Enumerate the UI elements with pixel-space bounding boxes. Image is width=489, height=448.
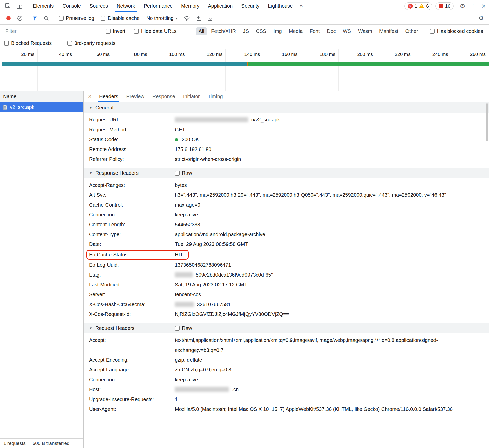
preserve-log-checkbox[interactable]: Preserve log (56, 15, 97, 21)
filter-toggle-icon[interactable] (29, 16, 41, 21)
panel-tab[interactable]: Memory (177, 0, 204, 12)
detail-tab-label: Headers (99, 94, 118, 99)
resource-type-chip[interactable]: All (196, 27, 207, 35)
import-har-icon[interactable] (193, 15, 204, 21)
panel-tab[interactable]: Elements (29, 0, 58, 12)
header-row: Eo-Log-Uuid: 13736504682788096471 (84, 260, 489, 270)
raw-request-checkbox[interactable]: Raw (175, 325, 192, 331)
header-row: Alt-Svc: h3=":443"; ma=2592000,h3-29=":4… (84, 190, 489, 200)
timeline-column: 220 ms (376, 49, 414, 91)
network-main-split: Name v2_src.apk 1 requests 600 B transf (0, 91, 489, 448)
network-overview-timeline[interactable]: 20 ms 40 ms 60 ms 80 ms 100 ms (0, 49, 489, 91)
name-column-header[interactable]: Name (0, 91, 83, 102)
resource-type-chip[interactable]: Doc (324, 27, 339, 35)
checkbox-icon (175, 326, 180, 331)
inspect-element-icon[interactable] (2, 0, 14, 12)
network-settings-gear-icon[interactable]: ⚙ (476, 15, 486, 22)
panel-tab[interactable]: Application (204, 0, 237, 12)
panel-tab[interactable]: Lighthouse (264, 0, 297, 12)
blocked-requests-checkbox[interactable]: Blocked Requests (4, 40, 52, 46)
resource-type-chip[interactable]: Manifest (376, 27, 401, 35)
export-har-icon[interactable] (204, 15, 216, 21)
network-conditions-icon[interactable] (181, 15, 193, 22)
network-summary-bar: 1 requests 600 B transferred (0, 438, 83, 448)
request-row[interactable]: v2_src.apk (0, 102, 83, 112)
detail-tabbar: × Headers Preview Response (84, 91, 489, 102)
status-dot (175, 138, 178, 141)
detail-tab[interactable]: Initiator (179, 91, 204, 102)
detail-tab[interactable]: Preview (122, 91, 148, 102)
detail-tab[interactable]: Headers (95, 91, 122, 102)
timeline-tick-label: 100 ms (169, 52, 185, 57)
resource-type-chip[interactable]: Media (286, 27, 306, 35)
clear-network-log-button[interactable] (14, 15, 26, 21)
overview-segment-green (248, 62, 489, 66)
header-value-text: GET (175, 127, 185, 132)
timeline-tick-label: 240 ms (432, 52, 448, 57)
panel-tab[interactable]: Security (237, 0, 264, 12)
header-name: Request Method: (89, 125, 175, 135)
header-value-text: gzip, deflate (175, 357, 202, 363)
timeline-tick-label: 200 ms (357, 52, 373, 57)
panel-tab[interactable]: Performance (140, 0, 177, 12)
resource-type-chip[interactable]: Img (270, 27, 285, 35)
resource-type-chip[interactable]: CSS (253, 27, 269, 35)
error-count: 1 (415, 3, 417, 9)
disable-cache-checkbox[interactable]: Disable cache (97, 15, 143, 21)
settings-gear-icon[interactable]: ⚙ (457, 3, 468, 9)
more-tabs-chevron[interactable]: » (297, 0, 305, 12)
devtools-window-controls: ⚙ ⋮ × (457, 0, 489, 12)
device-toolbar-icon[interactable] (14, 0, 25, 12)
header-row: Accept-Language: zh-CN,zh;q=0.9,en;q=0.8 (84, 365, 489, 375)
timeline-tick-label: 40 ms (59, 52, 72, 57)
resource-type-chip[interactable]: WS (340, 27, 354, 35)
header-value-text: h3=":443"; ma=2592000,h3-29=":443"; ma=2… (175, 192, 446, 198)
header-value: n/v2_src.apk (175, 115, 457, 125)
timeline-tick-label: 60 ms (96, 52, 110, 57)
third-party-requests-checkbox[interactable]: 3rd-party requests (67, 40, 115, 46)
hide-data-urls-checkbox[interactable]: Hide data URLs (131, 28, 180, 34)
panel-tab[interactable]: Sources (85, 0, 112, 12)
more-options-kebab-icon[interactable]: ⋮ (468, 3, 478, 9)
filter-input[interactable] (3, 27, 100, 35)
response-headers-section-header[interactable]: ▼ Response Headers Raw (84, 168, 489, 178)
header-row: Etag: 509e2bd0dca136f9ed9973c0d-65" (84, 270, 489, 280)
header-value-text: Tue, 29 Aug 2023 08:59:58 GMT (175, 241, 248, 247)
raw-response-checkbox[interactable]: Raw (175, 170, 192, 176)
console-errors-warnings-badge[interactable]: × 1 ! 6 (404, 2, 432, 10)
has-blocked-cookies-checkbox[interactable]: Has blocked cookies (427, 28, 486, 34)
close-devtools-icon[interactable]: × (478, 2, 489, 10)
header-row: User-Agent: Mozilla/5.0 (Macintosh; Inte… (84, 404, 489, 414)
invert-checkbox[interactable]: Invert (102, 28, 129, 34)
header-value: zh-CN,zh;q=0.9,en;q=0.8 (175, 365, 457, 375)
close-detail-icon[interactable]: × (85, 91, 95, 102)
resource-type-chip[interactable]: Font (307, 27, 323, 35)
panel-tab[interactable]: Console (58, 0, 85, 12)
header-row: Content-Length: 544652388 (84, 220, 489, 230)
detail-tabs: Headers Preview Response Initiator (95, 91, 227, 102)
panel-tab-label: Application (208, 3, 233, 9)
detail-tab[interactable]: Response (148, 91, 179, 102)
detail-tab-label: Response (152, 94, 175, 99)
resource-type-chip[interactable]: JS (240, 27, 252, 35)
header-value: strict-origin-when-cross-origin (175, 154, 457, 164)
header-row: Accept-Ranges: bytes (84, 180, 489, 190)
header-row: X-Cos-Hash-Crc64ecma: 326107667581 (84, 300, 489, 309)
scrollbar-thumb[interactable] (486, 103, 488, 141)
throttling-select[interactable]: No throttling ▾ (143, 15, 181, 21)
panel-tab[interactable]: Network (112, 0, 139, 12)
search-icon[interactable] (41, 16, 52, 21)
header-name: Accept: (89, 335, 175, 355)
resource-type-chip[interactable]: Other (402, 27, 421, 35)
timeline-tick-label: 220 ms (395, 52, 411, 57)
issues-badge[interactable]: ! 16 (435, 2, 454, 10)
general-section-header[interactable]: ▼ General (84, 102, 489, 113)
request-headers-section-header[interactable]: ▼ Request Headers Raw (84, 323, 489, 333)
header-value-text: 13736504682788096471 (175, 262, 231, 268)
resource-type-chip[interactable]: Wasm (355, 27, 375, 35)
detail-tab[interactable]: Timing (204, 91, 227, 102)
header-value: 200 OK (175, 135, 457, 144)
record-button[interactable] (3, 16, 14, 20)
warning-count: 6 (426, 3, 429, 9)
resource-type-chip[interactable]: Fetch/XHR (208, 27, 239, 35)
